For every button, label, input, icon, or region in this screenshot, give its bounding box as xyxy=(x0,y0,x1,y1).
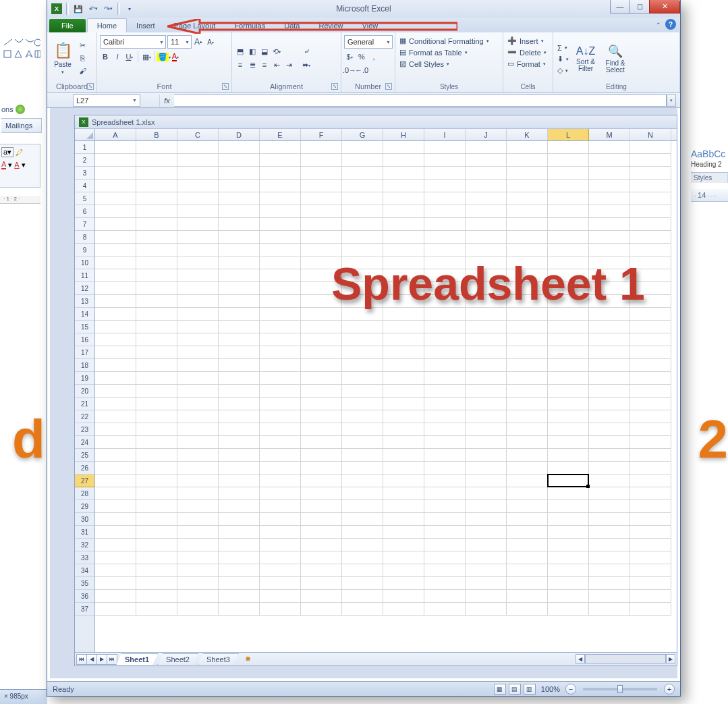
cell-J6[interactable] xyxy=(466,205,507,218)
cell-L4[interactable] xyxy=(548,180,589,192)
cell-A24[interactable] xyxy=(95,436,136,449)
font-color-button[interactable]: A▾ xyxy=(170,51,181,62)
cell-I36[interactable] xyxy=(424,590,466,603)
row-header-33[interactable]: 33 xyxy=(75,551,94,564)
cell-F28[interactable] xyxy=(301,487,342,500)
cell-C34[interactable] xyxy=(177,564,219,577)
cell-D31[interactable] xyxy=(219,526,260,539)
cell-J8[interactable] xyxy=(466,231,507,244)
cell-A30[interactable] xyxy=(95,513,136,526)
cell-D11[interactable] xyxy=(219,269,260,282)
cell-N28[interactable] xyxy=(630,487,671,500)
row-header-25[interactable]: 25 xyxy=(75,449,94,462)
cell-H6[interactable] xyxy=(383,205,424,218)
cell-K36[interactable] xyxy=(507,590,548,603)
cell-A4[interactable] xyxy=(95,180,136,192)
minimize-ribbon-icon[interactable]: ⌃ xyxy=(656,22,661,28)
column-header-H[interactable]: H xyxy=(383,129,424,140)
cell-G29[interactable] xyxy=(342,500,383,513)
cell-A34[interactable] xyxy=(95,564,136,577)
cell-G17[interactable] xyxy=(342,346,383,359)
column-header-I[interactable]: I xyxy=(424,129,466,140)
column-header-E[interactable]: E xyxy=(260,129,301,140)
cell-M30[interactable] xyxy=(589,513,630,526)
cell-F35[interactable] xyxy=(301,577,342,590)
column-header-F[interactable]: F xyxy=(301,129,342,140)
autosum-button[interactable]: Σ ▾ xyxy=(556,43,570,53)
cell-H27[interactable] xyxy=(383,475,424,487)
cell-K31[interactable] xyxy=(507,526,548,539)
cell-A7[interactable] xyxy=(95,218,136,231)
cell-E1[interactable] xyxy=(260,141,301,154)
cell-I20[interactable] xyxy=(424,385,466,398)
row-header-1[interactable]: 1 xyxy=(75,141,94,154)
word-mailings-tab[interactable]: Mailings xyxy=(1,118,42,133)
cell-G12[interactable] xyxy=(342,282,383,295)
cell-L35[interactable] xyxy=(548,577,589,590)
row-header-3[interactable]: 3 xyxy=(75,167,94,180)
cell-D19[interactable] xyxy=(219,372,260,385)
cell-G1[interactable] xyxy=(342,141,383,154)
cell-N16[interactable] xyxy=(630,333,671,346)
cell-L25[interactable] xyxy=(548,449,589,462)
cell-K7[interactable] xyxy=(507,218,548,231)
cell-B23[interactable] xyxy=(136,423,177,436)
cell-A6[interactable] xyxy=(95,205,136,218)
cell-B16[interactable] xyxy=(136,333,177,346)
cell-M20[interactable] xyxy=(589,385,630,398)
cell-C17[interactable] xyxy=(177,346,219,359)
cell-B32[interactable] xyxy=(136,539,177,551)
cell-J7[interactable] xyxy=(466,218,507,231)
cell-H30[interactable] xyxy=(383,513,424,526)
cell-A31[interactable] xyxy=(95,526,136,539)
cell-M1[interactable] xyxy=(589,141,630,154)
align-middle-icon[interactable]: ◧ xyxy=(247,46,258,57)
cell-K25[interactable] xyxy=(507,449,548,462)
cell-K26[interactable] xyxy=(507,462,548,475)
cell-L26[interactable] xyxy=(548,462,589,475)
cell-H4[interactable] xyxy=(383,180,424,192)
cell-K19[interactable] xyxy=(507,372,548,385)
align-left-icon[interactable]: ≡ xyxy=(235,59,246,70)
cell-M10[interactable] xyxy=(589,256,630,269)
sort-filter-button[interactable]: A↓Z Sort & Filter xyxy=(571,34,600,83)
cell-M34[interactable] xyxy=(589,564,630,577)
row-header-34[interactable]: 34 xyxy=(75,564,94,577)
cell-C4[interactable] xyxy=(177,180,219,192)
cell-J29[interactable] xyxy=(466,500,507,513)
cell-N20[interactable] xyxy=(630,385,671,398)
shrink-font-icon[interactable]: A▾ xyxy=(205,36,216,47)
cell-E16[interactable] xyxy=(260,333,301,346)
cell-K28[interactable] xyxy=(507,487,548,500)
format-painter-icon[interactable]: 🖌 xyxy=(77,65,88,76)
conditional-formatting-button[interactable]: ▦Conditional Formatting ▾ xyxy=(398,36,500,46)
row-header-2[interactable]: 2 xyxy=(75,154,94,167)
cell-J23[interactable] xyxy=(466,423,507,436)
cell-I32[interactable] xyxy=(424,539,466,551)
cell-K9[interactable] xyxy=(507,244,548,256)
cell-K6[interactable] xyxy=(507,205,548,218)
cell-J21[interactable] xyxy=(466,398,507,410)
cell-C36[interactable] xyxy=(177,590,219,603)
cell-N2[interactable] xyxy=(630,154,671,167)
cell-I2[interactable] xyxy=(424,154,466,167)
cell-styles-button[interactable]: ▧Cell Styles ▾ xyxy=(398,59,500,69)
cell-I19[interactable] xyxy=(424,372,466,385)
cell-D21[interactable] xyxy=(219,398,260,410)
bold-button[interactable]: B xyxy=(100,51,111,62)
cell-C13[interactable] xyxy=(177,295,219,308)
row-header-32[interactable]: 32 xyxy=(75,539,94,551)
help-icon[interactable]: ? xyxy=(665,19,676,30)
cell-L2[interactable] xyxy=(548,154,589,167)
cell-N12[interactable] xyxy=(630,282,671,295)
cell-N21[interactable] xyxy=(630,398,671,410)
cell-F34[interactable] xyxy=(301,564,342,577)
cell-H37[interactable] xyxy=(383,603,424,616)
cell-M8[interactable] xyxy=(589,231,630,244)
cell-H31[interactable] xyxy=(383,526,424,539)
comma-format-icon[interactable]: , xyxy=(368,51,379,62)
cell-F36[interactable] xyxy=(301,590,342,603)
cell-M29[interactable] xyxy=(589,500,630,513)
cell-I6[interactable] xyxy=(424,205,466,218)
cell-E30[interactable] xyxy=(260,513,301,526)
